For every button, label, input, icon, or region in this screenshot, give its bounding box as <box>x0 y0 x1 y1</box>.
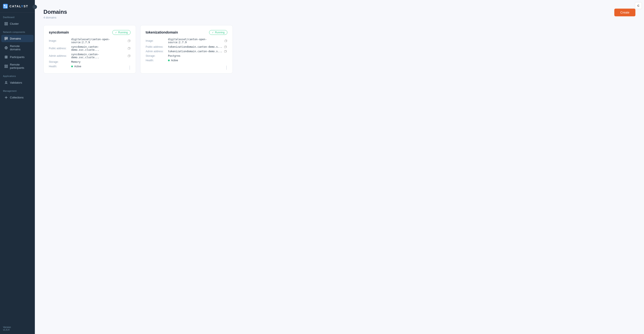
page-subtitle: 4 domains <box>44 16 67 19</box>
domain-name-syncdomain: syncdomain <box>49 30 69 34</box>
svg-rect-3 <box>6 6 7 8</box>
image-label-syncdomain: Image: <box>49 39 70 42</box>
copy-image-syncdomain[interactable] <box>128 39 130 42</box>
validators-icon <box>4 81 8 84</box>
sidebar-item-cluster[interactable]: Cluster <box>1 20 34 27</box>
sidebar-item-validators-label: Validators <box>10 81 22 84</box>
logo-icon <box>3 4 8 8</box>
sidebar-item-domains[interactable]: Domains <box>1 35 34 42</box>
svg-rect-2 <box>4 6 5 8</box>
admin-address-label-syncdomain: Admin address: <box>49 54 70 57</box>
domain-menu-tokenizationdomain[interactable]: ⋮ <box>224 65 229 70</box>
admin-address-field-tokenizationdomain: Admin address: tokenizationdomain.canton… <box>146 50 227 53</box>
public-address-value-syncdomain: syncdomain.canton-demo.svc.cluste... <box>71 45 126 51</box>
domains-grid: syncdomain ✓ Running Image: digitalasset… <box>44 25 233 73</box>
copy-admin-syncdomain[interactable] <box>128 54 130 57</box>
health-dot-tokenizationdomain <box>168 59 170 61</box>
running-check-icon-tokenizationdomain: ✓ <box>212 31 214 34</box>
image-label-tokenizationdomain: Image: <box>146 39 167 42</box>
page-title-group: Domains 4 domains <box>44 8 67 19</box>
section-network: Network components <box>0 27 35 35</box>
public-address-label-tokenizationdomain: Public address: <box>146 45 167 48</box>
svg-rect-25 <box>128 48 130 49</box>
section-management: Management <box>0 86 35 93</box>
domains-icon <box>4 37 8 40</box>
copy-public-tokenizationdomain[interactable] <box>224 45 227 48</box>
section-applications: Applications <box>0 71 35 79</box>
sidebar-item-remote-participants[interactable]: Remote participants <box>1 61 34 71</box>
svg-rect-17 <box>5 65 6 66</box>
create-button[interactable]: Create <box>614 8 636 16</box>
admin-address-label-tokenizationdomain: Admin address: <box>146 50 167 53</box>
health-active-syncdomain: Active <box>71 65 81 68</box>
running-badge-tokenizationdomain: ✓ Running <box>209 30 227 35</box>
storage-label-tokenizationdomain: Storage: <box>146 54 167 57</box>
admin-address-field-syncdomain: Admin address: syncdomain.canton-demo.sv… <box>49 53 130 59</box>
svg-rect-18 <box>6 65 8 66</box>
sidebar-item-remote-participants-label: Remote participants <box>10 63 30 69</box>
sidebar-footer: Version v1.6.4 <box>0 323 35 334</box>
sidebar-item-cluster-label: Cluster <box>10 22 19 25</box>
svg-rect-10 <box>5 40 6 40</box>
health-field-tokenizationdomain: Health: Active <box>146 59 227 62</box>
sidebar-item-participants-label: Participants <box>10 55 24 59</box>
svg-rect-28 <box>224 46 226 48</box>
health-value-tokenizationdomain: Active <box>171 59 178 62</box>
svg-rect-1 <box>6 5 7 6</box>
sidebar-item-domains-label: Domains <box>10 37 21 40</box>
collapse-button[interactable]: ‹ <box>33 5 37 9</box>
copy-image-tokenizationdomain[interactable] <box>224 39 227 42</box>
svg-rect-24 <box>128 40 130 42</box>
public-address-field-tokenizationdomain: Public address: tokenizationdomain.canto… <box>146 45 227 48</box>
running-badge-syncdomain: ✓ Running <box>112 30 130 35</box>
storage-field-syncdomain: Storage: Memory <box>49 60 130 63</box>
health-field-syncdomain: Health: Active <box>49 65 130 68</box>
collections-plus-icon <box>4 96 8 99</box>
svg-rect-19 <box>5 67 6 68</box>
storage-label-syncdomain: Storage: <box>49 60 70 63</box>
admin-address-value-tokenizationdomain: tokenizationdomain.canton-demo.s... <box>168 50 222 53</box>
section-dashboard: Dashboard <box>0 13 35 20</box>
remote-participants-icon <box>4 64 8 68</box>
copy-public-syncdomain[interactable] <box>128 47 130 50</box>
svg-point-21 <box>6 81 7 83</box>
health-label-syncdomain: Health: <box>49 65 70 68</box>
public-address-label-syncdomain: Public address: <box>49 47 70 50</box>
sidebar-item-validators[interactable]: Validators <box>1 79 34 86</box>
user-avatar[interactable]: C <box>635 2 642 9</box>
participants-icon <box>4 55 8 59</box>
domain-card-syncdomain: syncdomain ✓ Running Image: digitalasset… <box>44 25 136 73</box>
health-value-syncdomain: Active <box>74 65 81 68</box>
storage-value-tokenizationdomain: Postgres <box>168 54 180 57</box>
svg-rect-4 <box>5 22 6 23</box>
sidebar-item-remote-domains[interactable]: Remote domains <box>1 42 34 53</box>
sidebar-item-remote-domains-label: Remote domains <box>10 44 30 51</box>
storage-field-tokenizationdomain: Storage: Postgres <box>146 54 227 57</box>
svg-rect-9 <box>5 38 8 39</box>
svg-rect-13 <box>5 56 6 57</box>
image-value-syncdomain: digitalasset/canton-open-source:2.7.9 <box>71 38 126 44</box>
copy-admin-tokenizationdomain[interactable] <box>224 50 227 53</box>
svg-rect-15 <box>5 57 6 58</box>
image-field-syncdomain: Image: digitalasset/canton-open-source:2… <box>49 38 130 44</box>
sidebar-item-participants[interactable]: Participants <box>1 53 34 61</box>
domain-name-tokenizationdomain: tokenizationdomain <box>146 30 178 34</box>
svg-rect-27 <box>225 40 226 42</box>
domain-menu-syncdomain[interactable]: ⋮ <box>128 65 132 70</box>
svg-rect-16 <box>6 57 7 58</box>
main-content: Domains 4 domains Create syncdomain ✓ Ru… <box>35 0 644 334</box>
image-value-tokenizationdomain: digitalasset/canton-open-source:2.7.9 <box>168 38 223 44</box>
sidebar-item-collections[interactable]: Collections <box>1 94 34 101</box>
svg-rect-20 <box>6 67 8 68</box>
svg-rect-29 <box>224 51 226 52</box>
public-address-field-syncdomain: Public address: syncdomain.canton-demo.s… <box>49 45 130 51</box>
version-label: Version <box>3 326 32 329</box>
domain-card-tokenizationdomain: tokenizationdomain ✓ Running Image: digi… <box>140 25 233 73</box>
remote-domains-icon <box>4 46 8 49</box>
version-value: v1.6.4 <box>3 329 32 331</box>
sidebar-item-collections-label: Collections <box>10 96 24 99</box>
svg-rect-14 <box>6 56 7 57</box>
sidebar: CATALYST ‹ Dashboard Cluster Network com… <box>0 0 35 334</box>
logo: CATALYST <box>0 0 35 13</box>
svg-rect-8 <box>5 37 8 38</box>
